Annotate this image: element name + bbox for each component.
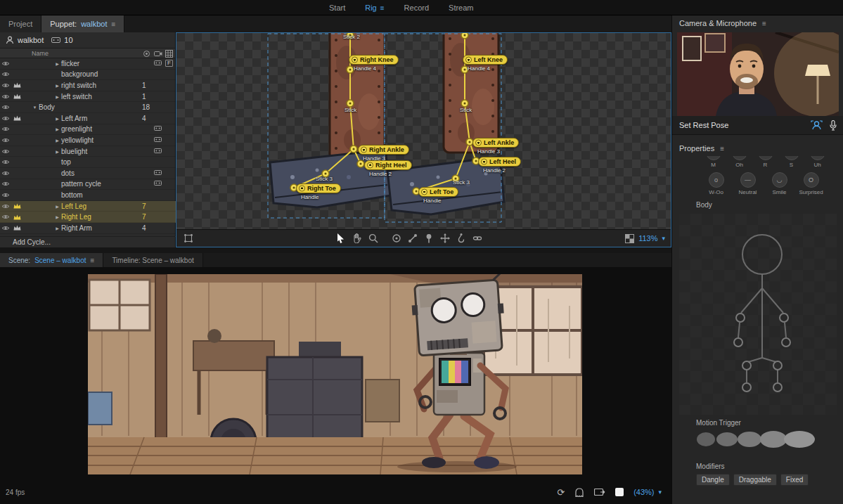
microphone-input-icon[interactable]: [830, 120, 837, 131]
handle-tag-label[interactable]: Left Knee: [463, 55, 508, 65]
mouth-shape-icon[interactable]: —: [706, 156, 721, 160]
attach-tool-icon[interactable]: [469, 231, 485, 245]
crown-icon[interactable]: [11, 115, 22, 121]
transparency-grid-icon[interactable]: [625, 234, 634, 243]
visibility-eye-icon[interactable]: [0, 93, 11, 100]
rig-zoom-level[interactable]: 113%: [638, 234, 657, 243]
tab-puppet-walkbot[interactable]: Puppet: walkbot ≡: [41, 15, 124, 32]
motion-trigger-thumbnails[interactable]: [696, 429, 830, 451]
layer-row[interactable]: ▶ ▼ Right Leg 7 F: [0, 212, 176, 223]
dragger-tool-icon[interactable]: [437, 231, 453, 245]
crown-icon[interactable]: [11, 225, 22, 231]
scene-zoom-dropdown-icon[interactable]: ▾: [658, 489, 662, 496]
visibility-eye-icon[interactable]: [0, 159, 11, 165]
visibility-eye-icon[interactable]: [0, 60, 11, 67]
viseme-thumbnail[interactable]: o Uh: [804, 156, 830, 168]
tab-timeline-walkbot[interactable]: Timeline: Scene – walkbot: [103, 253, 202, 267]
layer-row[interactable]: ▶ ▼ dots F: [0, 168, 176, 179]
layer-row[interactable]: ▶ ▼ bluelight F: [0, 146, 176, 157]
rig-handle[interactable]: Left Toe Handle: [418, 187, 458, 204]
properties-menu-icon[interactable]: ≡: [720, 145, 724, 153]
layer-row[interactable]: ▶ ▼ Right Arm 4 F: [0, 223, 176, 234]
crown-icon[interactable]: [11, 82, 22, 88]
crown-icon[interactable]: [11, 93, 22, 99]
handle-tag-label[interactable]: Right Ankle: [358, 145, 409, 155]
layer-row[interactable]: ▶ ▼ bottom F: [0, 190, 176, 201]
expand-arrow-icon[interactable]: ▶ ▼: [53, 94, 61, 99]
zoom-tool-icon[interactable]: [365, 231, 381, 245]
handle-tag-label[interactable]: Right Knee: [349, 55, 399, 65]
stick-tool-icon[interactable]: [404, 231, 420, 245]
modifier-button[interactable]: Draggable: [733, 474, 777, 486]
visibility-eye-icon[interactable]: [0, 214, 11, 220]
visibility-eye-icon[interactable]: [0, 170, 11, 176]
layer-row[interactable]: ▶ ▼ right switch 1 F: [0, 80, 176, 91]
layer-row[interactable]: ▶ ▼ greenlight F: [0, 124, 176, 136]
visibility-eye-icon[interactable]: [0, 82, 11, 89]
visibility-eye-icon[interactable]: [0, 203, 11, 209]
screen-share-icon[interactable]: [594, 488, 605, 497]
rig-handle[interactable]: Right Heel Handle 2: [364, 160, 412, 177]
mouth-shape-icon[interactable]: ◡: [772, 172, 787, 188]
handle-tag-label[interactable]: Left Toe: [418, 187, 458, 197]
handle-tag-label[interactable]: Left Ankle: [472, 138, 519, 148]
viseme-thumbnail[interactable]: O Oh: [726, 156, 752, 168]
layer-row[interactable]: ▶ ▼ Left Leg 7 F: [0, 201, 176, 212]
viseme-thumbnail[interactable]: — S: [778, 156, 804, 168]
menu-icon[interactable]: ≡: [380, 4, 385, 12]
pin-tool-icon[interactable]: [420, 231, 437, 245]
workspace-tab[interactable]: Record ≡: [404, 4, 429, 12]
mouth-shape-icon[interactable]: o: [810, 156, 825, 160]
refresh-icon[interactable]: ⟳: [557, 487, 565, 498]
modifier-button[interactable]: Dangle: [696, 474, 730, 486]
visibility-eye-icon[interactable]: [0, 126, 11, 132]
layer-row[interactable]: ▶ ▼ pattern cycle F: [0, 179, 176, 190]
viseme-thumbnail[interactable]: O Surprised: [795, 172, 827, 195]
handle-tag-label[interactable]: Left Heel: [478, 157, 521, 167]
handle-tag-label[interactable]: Right Toe: [296, 183, 341, 193]
camera-mic-menu-icon[interactable]: ≡: [762, 20, 766, 27]
grid-column-icon[interactable]: [165, 50, 173, 58]
mouth-shape-icon[interactable]: —: [758, 156, 773, 160]
mouth-shape-icon[interactable]: o: [709, 172, 724, 188]
viseme-thumbnail[interactable]: ◡ Smile: [764, 172, 795, 195]
expand-arrow-icon[interactable]: ▶ ▼: [53, 214, 61, 219]
transform-pad-icon[interactable]: [180, 231, 196, 245]
solo-column-icon[interactable]: [143, 50, 150, 58]
rig-handle[interactable]: Right Knee Handle 4: [349, 55, 399, 72]
expand-arrow-icon[interactable]: ▶ ▼: [53, 138, 61, 143]
scene-zoom-level[interactable]: (43%): [633, 488, 654, 496]
layer-row[interactable]: ▶ ▼ Left Arm 4 F: [0, 113, 176, 124]
layer-row[interactable]: ▶ ▼ flicker F: [0, 58, 176, 70]
visibility-eye-icon[interactable]: [0, 137, 11, 143]
layer-row[interactable]: ▶ ▼ Body 18 F: [0, 102, 176, 113]
layer-row[interactable]: ▶ ▼ background F: [0, 70, 176, 81]
scene-menu-icon[interactable]: ≡: [91, 257, 95, 264]
panel-menu-icon[interactable]: ≡: [111, 20, 115, 28]
workspace-tab[interactable]: Rig ≡: [365, 4, 384, 12]
rig-handle[interactable]: Left Knee Handle 4: [463, 55, 508, 72]
mouth-shape-icon[interactable]: —: [784, 156, 799, 160]
visibility-eye-icon[interactable]: [0, 148, 11, 155]
expand-arrow-icon[interactable]: ▶ ▼: [53, 83, 61, 88]
zoom-dropdown-icon[interactable]: ▾: [662, 235, 665, 242]
rig-handle[interactable]: Right Toe Handle: [296, 183, 341, 200]
mouth-shape-icon[interactable]: O: [804, 172, 819, 188]
camera-column-icon[interactable]: [154, 50, 162, 58]
crown-icon[interactable]: [11, 203, 22, 209]
layer-row[interactable]: ▶ ▼ top F: [0, 157, 176, 168]
viseme-thumbnail[interactable]: o W-Oo: [700, 172, 732, 195]
camera-input-icon[interactable]: [811, 120, 823, 130]
layer-row[interactable]: ▶ ▼ left switch 1 F: [0, 91, 176, 103]
rig-viewport[interactable]: Right Knee Handle 4 Left Knee Handle 4 R…: [176, 33, 671, 229]
mouth-shape-icon[interactable]: —: [740, 172, 756, 188]
mouth-shape-icon[interactable]: O: [732, 156, 747, 160]
expand-arrow-icon[interactable]: ▶ ▼: [53, 61, 61, 66]
full-frame-icon[interactable]: [615, 488, 624, 496]
rig-handle[interactable]: Right Ankle Handle 3: [358, 145, 409, 162]
expand-arrow-icon[interactable]: ▶ ▼: [53, 149, 61, 154]
viseme-thumbnail[interactable]: — R: [752, 156, 778, 168]
visibility-eye-icon[interactable]: [0, 104, 11, 110]
origin-handle-tool-icon[interactable]: [388, 231, 404, 245]
expand-arrow-icon[interactable]: ▶ ▼: [53, 116, 61, 121]
